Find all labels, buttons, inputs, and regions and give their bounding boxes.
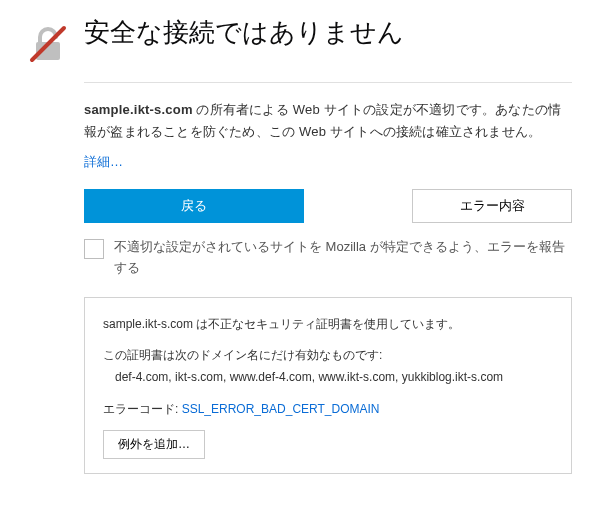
cert-warning-line: sample.ikt-s.com は不正なセキュリティ証明書を使用しています。 — [103, 314, 553, 336]
description: sample.ikt-s.com の所有者による Web サイトの設定が不適切で… — [84, 99, 572, 143]
ssl-error-page: 安全な接続ではありません sample.ikt-s.com の所有者による We… — [0, 0, 600, 520]
error-details-button[interactable]: エラー内容 — [412, 189, 572, 223]
go-back-button[interactable]: 戻る — [84, 189, 304, 223]
learn-more-link[interactable]: 詳細… — [84, 153, 123, 171]
insecure-lock-icon — [28, 16, 68, 68]
error-code-value: SSL_ERROR_BAD_CERT_DOMAIN — [182, 402, 380, 416]
button-row: 戻る エラー内容 — [84, 189, 572, 223]
header: 安全な接続ではありません — [28, 16, 572, 68]
divider — [84, 82, 572, 83]
report-error-label: 不適切な設定がされているサイトを Mozilla が特定できるよう、エラーを報告… — [114, 237, 572, 279]
content: sample.ikt-s.com の所有者による Web サイトの設定が不適切で… — [28, 82, 572, 474]
add-exception-button[interactable]: 例外を追加… — [103, 430, 205, 459]
certificate-detail-box: sample.ikt-s.com は不正なセキュリティ証明書を使用しています。 … — [84, 297, 572, 474]
report-error-row: 不適切な設定がされているサイトを Mozilla が特定できるよう、エラーを報告… — [84, 237, 572, 279]
valid-domains-list: def-4.com, ikt-s.com, www.def-4.com, www… — [103, 367, 553, 389]
error-code-label: エラーコード: — [103, 402, 182, 416]
page-title: 安全な接続ではありません — [84, 16, 404, 50]
domain-name: sample.ikt-s.com — [84, 102, 193, 117]
report-error-checkbox[interactable] — [84, 239, 104, 259]
valid-domains-label: この証明書は次のドメイン名にだけ有効なものです: — [103, 345, 553, 367]
